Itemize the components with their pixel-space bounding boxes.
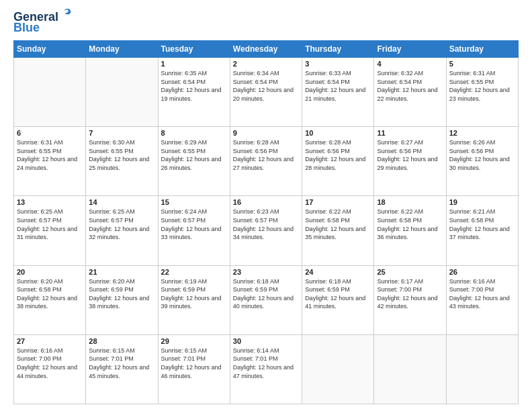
cell-info: Sunset: 6:59 PM: [233, 285, 299, 294]
cell-info: Sunrise: 6:28 AM: [305, 138, 371, 147]
calendar-cell: [14, 58, 86, 127]
cell-info: Daylight: 12 hours and 46 minutes.: [161, 363, 227, 380]
cell-info: Sunset: 6:58 PM: [377, 216, 443, 225]
calendar-cell: 10Sunrise: 6:28 AMSunset: 6:56 PMDayligh…: [302, 127, 374, 196]
calendar-cell: 8Sunrise: 6:29 AMSunset: 6:55 PMDaylight…: [158, 127, 230, 196]
calendar-cell: 25Sunrise: 6:17 AMSunset: 7:00 PMDayligh…: [374, 265, 446, 334]
cell-info: Sunset: 7:00 PM: [17, 355, 83, 363]
calendar-week-row: 20Sunrise: 6:20 AMSunset: 6:58 PMDayligh…: [14, 265, 519, 334]
cell-info: Sunrise: 6:20 AM: [89, 277, 154, 286]
cell-info: Sunrise: 6:26 AM: [449, 138, 515, 147]
cell-info: Sunrise: 6:25 AM: [89, 208, 154, 216]
calendar-cell: 12Sunrise: 6:26 AMSunset: 6:56 PMDayligh…: [446, 127, 518, 196]
calendar-week-row: 1Sunrise: 6:35 AMSunset: 6:54 PMDaylight…: [14, 58, 519, 127]
cell-info: Sunrise: 6:24 AM: [161, 208, 227, 216]
day-number: 16: [233, 198, 299, 206]
day-number: 1: [161, 60, 227, 68]
day-number: 15: [161, 198, 227, 206]
cell-info: Daylight: 12 hours and 37 minutes.: [449, 225, 515, 242]
calendar-cell: [302, 334, 374, 404]
calendar-cell: 15Sunrise: 6:24 AMSunset: 6:57 PMDayligh…: [158, 196, 230, 265]
cell-info: Sunset: 6:59 PM: [89, 285, 154, 294]
cell-info: Sunrise: 6:22 AM: [305, 208, 371, 216]
cell-info: Sunset: 6:58 PM: [449, 216, 515, 225]
cell-info: Sunset: 6:54 PM: [305, 78, 371, 87]
cell-info: Sunrise: 6:21 AM: [449, 208, 515, 216]
cell-info: Sunrise: 6:16 AM: [449, 277, 515, 286]
calendar-cell: [374, 334, 446, 404]
cell-info: Sunrise: 6:19 AM: [161, 277, 227, 286]
cell-info: Sunrise: 6:27 AM: [377, 138, 443, 147]
cell-info: Sunset: 6:56 PM: [377, 147, 443, 156]
cell-info: Sunset: 6:54 PM: [161, 78, 227, 87]
cell-info: Daylight: 12 hours and 27 minutes.: [233, 155, 299, 172]
cell-info: Daylight: 12 hours and 35 minutes.: [305, 225, 371, 242]
calendar-week-row: 6Sunrise: 6:31 AMSunset: 6:55 PMDaylight…: [14, 127, 519, 196]
cell-info: Sunrise: 6:25 AM: [17, 208, 83, 216]
cell-info: Sunset: 6:56 PM: [305, 147, 371, 156]
page: General Blue SundayMondayTuesdayWednesda…: [0, 0, 532, 411]
cell-info: Sunrise: 6:18 AM: [233, 277, 299, 286]
cell-info: Sunrise: 6:30 AM: [89, 138, 154, 147]
calendar-cell: 11Sunrise: 6:27 AMSunset: 6:56 PMDayligh…: [374, 127, 446, 196]
calendar-cell: 14Sunrise: 6:25 AMSunset: 6:57 PMDayligh…: [86, 196, 158, 265]
cell-info: Sunrise: 6:31 AM: [17, 138, 83, 147]
calendar-week-row: 27Sunrise: 6:16 AMSunset: 7:00 PMDayligh…: [14, 334, 519, 404]
day-header-thursday: Thursday: [302, 41, 374, 58]
cell-info: Sunrise: 6:15 AM: [161, 347, 227, 355]
cell-info: Sunset: 6:59 PM: [161, 285, 227, 294]
day-header-sunday: Sunday: [14, 41, 86, 58]
cell-info: Sunrise: 6:35 AM: [161, 69, 227, 78]
cell-info: Sunset: 6:57 PM: [89, 216, 154, 225]
calendar-cell: 13Sunrise: 6:25 AMSunset: 6:57 PMDayligh…: [14, 196, 86, 265]
day-number: 20: [17, 268, 83, 276]
day-header-wednesday: Wednesday: [230, 41, 302, 58]
cell-info: Sunrise: 6:18 AM: [305, 277, 371, 286]
cell-info: Sunset: 6:56 PM: [233, 147, 299, 156]
cell-info: Daylight: 12 hours and 29 minutes.: [377, 155, 443, 172]
cell-info: Daylight: 12 hours and 25 minutes.: [89, 155, 154, 172]
day-number: 24: [305, 268, 371, 276]
day-number: 17: [305, 198, 371, 206]
cell-info: Sunset: 7:01 PM: [233, 355, 299, 363]
cell-info: Sunrise: 6:31 AM: [449, 69, 515, 78]
cell-info: Daylight: 12 hours and 24 minutes.: [17, 155, 83, 172]
cell-info: Sunrise: 6:29 AM: [161, 138, 227, 147]
day-number: 9: [233, 129, 299, 137]
cell-info: Daylight: 12 hours and 23 minutes.: [449, 86, 515, 103]
cell-info: Sunrise: 6:32 AM: [377, 69, 443, 78]
day-number: 18: [377, 198, 443, 206]
day-number: 5: [449, 60, 515, 68]
day-number: 29: [161, 337, 227, 345]
cell-info: Sunset: 6:57 PM: [17, 216, 83, 225]
day-number: 4: [377, 60, 443, 68]
calendar-cell: 24Sunrise: 6:18 AMSunset: 6:59 PMDayligh…: [302, 265, 374, 334]
cell-info: Daylight: 12 hours and 39 minutes.: [161, 294, 227, 311]
cell-info: Sunset: 6:55 PM: [449, 78, 515, 87]
cell-info: Sunrise: 6:22 AM: [377, 208, 443, 216]
cell-info: Sunrise: 6:15 AM: [89, 347, 154, 355]
cell-info: Sunrise: 6:17 AM: [377, 277, 443, 286]
cell-info: Sunset: 6:58 PM: [305, 216, 371, 225]
logo: General Blue: [13, 11, 72, 34]
day-number: 3: [305, 60, 371, 68]
cell-info: Sunrise: 6:14 AM: [233, 347, 299, 355]
cell-info: Daylight: 12 hours and 40 minutes.: [233, 294, 299, 311]
cell-info: Sunset: 6:54 PM: [233, 78, 299, 87]
calendar-cell: 28Sunrise: 6:15 AMSunset: 7:01 PMDayligh…: [86, 334, 158, 404]
calendar-cell: 21Sunrise: 6:20 AMSunset: 6:59 PMDayligh…: [86, 265, 158, 334]
cell-info: Daylight: 12 hours and 42 minutes.: [377, 294, 443, 311]
calendar-week-row: 13Sunrise: 6:25 AMSunset: 6:57 PMDayligh…: [14, 196, 519, 265]
day-number: 21: [89, 268, 154, 276]
day-number: 7: [89, 129, 154, 137]
cell-info: Daylight: 12 hours and 44 minutes.: [17, 363, 83, 380]
day-number: 11: [377, 129, 443, 137]
cell-info: Sunset: 7:01 PM: [89, 355, 154, 363]
cell-info: Daylight: 12 hours and 33 minutes.: [161, 225, 227, 242]
cell-info: Sunset: 6:58 PM: [17, 285, 83, 294]
day-number: 14: [89, 198, 154, 206]
day-number: 23: [233, 268, 299, 276]
day-number: 25: [377, 268, 443, 276]
calendar-cell: 2Sunrise: 6:34 AMSunset: 6:54 PMDaylight…: [230, 58, 302, 127]
calendar-cell: 4Sunrise: 6:32 AMSunset: 6:54 PMDaylight…: [374, 58, 446, 127]
